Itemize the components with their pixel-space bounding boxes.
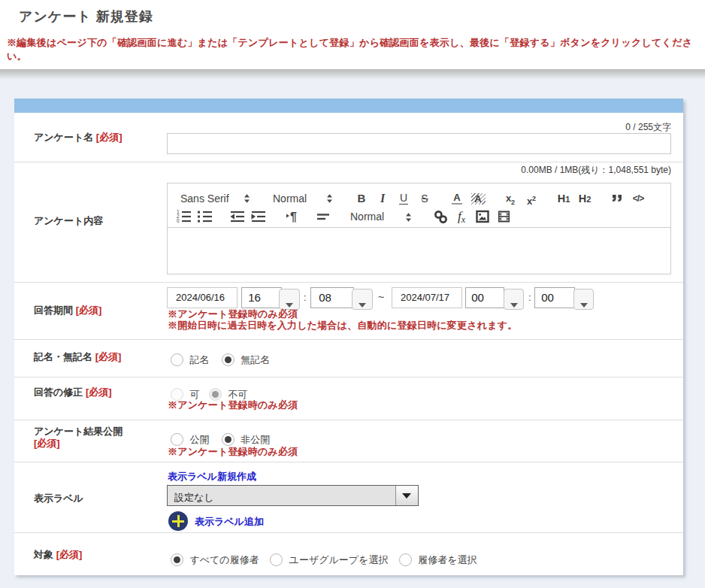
svg-text:0: 0 — [177, 218, 180, 223]
svg-text:¶: ¶ — [290, 211, 297, 223]
